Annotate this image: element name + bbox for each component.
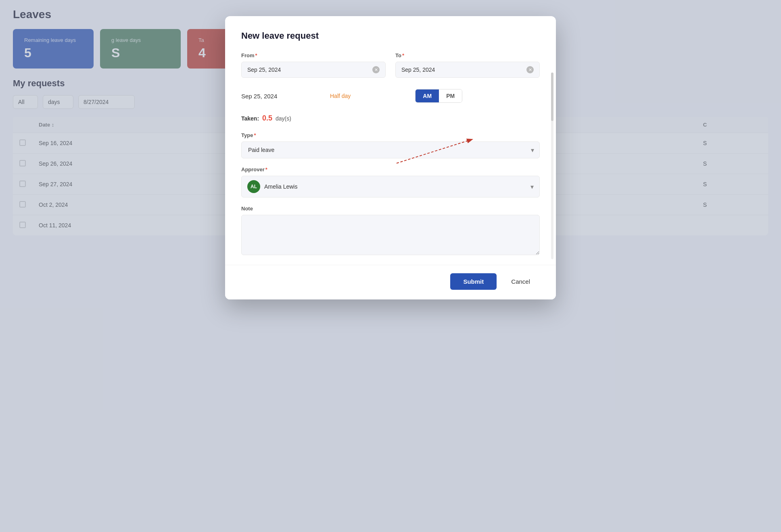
- approver-dropdown-arrow: ▾: [530, 183, 534, 191]
- from-clear-icon[interactable]: ✕: [372, 66, 380, 73]
- modal-overlay: New leave request From* Sep 25, 2024 ✕ T…: [0, 0, 781, 532]
- half-day-label: Half day: [330, 93, 351, 99]
- modal-scrollbar-track: [551, 73, 553, 259]
- taken-label: Taken:: [241, 115, 259, 122]
- approver-label: Approver*: [241, 166, 540, 172]
- date-display: Sep 25, 2024: [241, 93, 306, 100]
- approver-name: Amelia Lewis: [264, 183, 297, 190]
- type-label: Type*: [241, 132, 540, 138]
- from-input[interactable]: Sep 25, 2024 ✕: [241, 62, 386, 78]
- to-label: To*: [395, 52, 540, 58]
- from-value: Sep 25, 2024: [247, 66, 281, 73]
- form-group-from: From* Sep 25, 2024 ✕: [241, 52, 386, 78]
- pm-button[interactable]: PM: [439, 89, 462, 102]
- to-value: Sep 25, 2024: [401, 66, 435, 73]
- form-group-to: To* Sep 25, 2024 ✕: [395, 52, 540, 78]
- date-half-day-row: Sep 25, 2024 Half day AM PM: [241, 86, 540, 106]
- note-textarea[interactable]: [241, 215, 540, 255]
- submit-button[interactable]: Submit: [450, 273, 497, 290]
- type-select-wrap: Paid leave Unpaid leave Sick leave ▾: [241, 141, 540, 158]
- modal-new-leave-request: New leave request From* Sep 25, 2024 ✕ T…: [225, 16, 556, 299]
- form-group-approver: Approver* AL Amelia Lewis ▾: [241, 166, 540, 197]
- modal-scrollbar-thumb[interactable]: [551, 73, 553, 121]
- am-button[interactable]: AM: [416, 89, 439, 102]
- type-select[interactable]: Paid leave Unpaid leave Sick leave: [241, 141, 540, 158]
- to-input[interactable]: Sep 25, 2024 ✕: [395, 62, 540, 78]
- form-group-type: Type* Paid leave Unpaid leave Sick leave…: [241, 132, 540, 158]
- taken-unit: day(s): [276, 115, 291, 122]
- modal-footer: Submit Cancel: [225, 265, 556, 299]
- am-pm-toggle: AM PM: [415, 89, 462, 103]
- approver-avatar: AL: [247, 180, 260, 193]
- note-label: Note: [241, 206, 540, 212]
- form-group-note: Note: [241, 206, 540, 255]
- taken-value: 0.5: [262, 114, 272, 122]
- taken-row: Taken: 0.5 day(s): [241, 114, 540, 123]
- modal-body: New leave request From* Sep 25, 2024 ✕ T…: [225, 16, 556, 265]
- approver-select[interactable]: AL Amelia Lewis ▾: [241, 176, 540, 197]
- to-clear-icon[interactable]: ✕: [526, 66, 534, 73]
- cancel-button[interactable]: Cancel: [501, 273, 540, 290]
- modal-title: New leave request: [241, 31, 540, 41]
- from-label: From*: [241, 52, 386, 58]
- form-row-dates: From* Sep 25, 2024 ✕ To* Sep 25, 2024 ✕: [241, 52, 540, 78]
